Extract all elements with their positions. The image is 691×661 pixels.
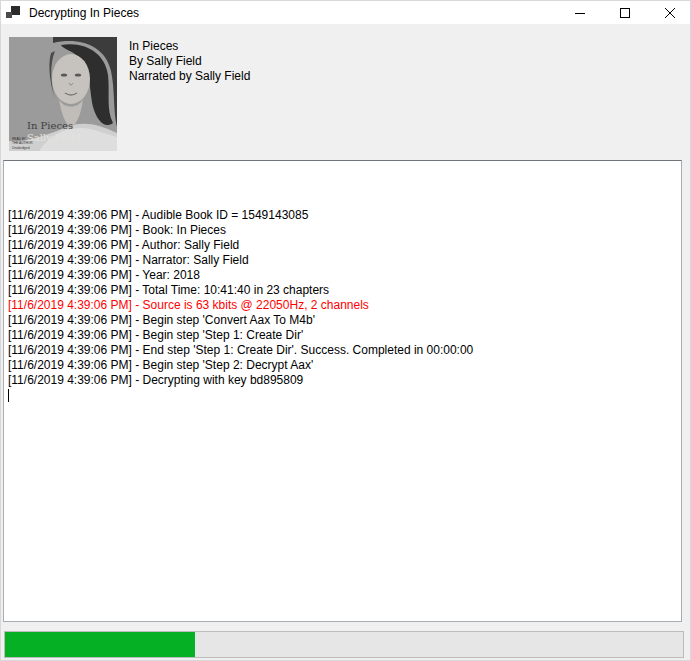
app-window: { "window": { "title": "Decrypting In Pi…: [0, 0, 691, 661]
progress-bar: [4, 631, 684, 658]
log-line: [11/6/2019 4:39:06 PM] - Audible Book ID…: [8, 208, 677, 223]
book-info: In Pieces By Sally Field Narrated by Sal…: [129, 39, 250, 84]
window-title: Decrypting In Pieces: [29, 6, 557, 20]
maximize-icon: [620, 8, 630, 18]
close-icon: [665, 8, 675, 18]
log-line: [11/6/2019 4:39:06 PM] - Book: In Pieces: [8, 223, 677, 238]
log-line: [11/6/2019 4:39:06 PM] - Decrypting with…: [8, 373, 677, 388]
cover-unabridged-text: Unabridged: [12, 146, 30, 150]
log-line: [11/6/2019 4:39:06 PM] - Begin step 'Ste…: [8, 328, 677, 343]
window-controls: [557, 1, 691, 24]
log-line: [11/6/2019 4:39:06 PM] - Source is 63 kb…: [8, 298, 677, 313]
text-caret: [8, 389, 9, 402]
titlebar[interactable]: Decrypting In Pieces: [1, 1, 691, 24]
minimize-icon: [575, 8, 585, 18]
log-line: [11/6/2019 4:39:06 PM] - Begin step 'Ste…: [8, 358, 677, 373]
book-title-label: In Pieces: [129, 39, 250, 54]
cover-title-text: In Pieces: [27, 120, 73, 131]
log-textbox[interactable]: [11/6/2019 4:39:06 PM] - Audible Book ID…: [3, 160, 682, 622]
book-cover-art: In Pieces Sally Field READ BY THE AUTHOR…: [9, 37, 117, 151]
log-line: [11/6/2019 4:39:06 PM] - Narrator: Sally…: [8, 253, 677, 268]
log-line: [11/6/2019 4:39:06 PM] - Year: 2018: [8, 268, 677, 283]
close-button[interactable]: [647, 1, 691, 24]
maximize-button[interactable]: [602, 1, 647, 24]
app-window-icon: [6, 5, 22, 21]
book-narrator-label: Narrated by Sally Field: [129, 69, 250, 84]
progress-bar-fill: [5, 632, 195, 657]
cover-author-text: Sally Field: [27, 132, 81, 143]
minimize-button[interactable]: [557, 1, 602, 24]
log-line: [11/6/2019 4:39:06 PM] - Author: Sally F…: [8, 238, 677, 253]
book-cover: In Pieces Sally Field READ BY THE AUTHOR…: [9, 37, 117, 151]
log-line: [11/6/2019 4:39:06 PM] - Begin step 'Con…: [8, 313, 677, 328]
cover-readby-line2: THE AUTHOR: [12, 141, 33, 145]
book-author-label: By Sally Field: [129, 54, 250, 69]
log-line: [11/6/2019 4:39:06 PM] - Total Time: 10:…: [8, 283, 677, 298]
log-line: [11/6/2019 4:39:06 PM] - End step 'Step …: [8, 343, 677, 358]
